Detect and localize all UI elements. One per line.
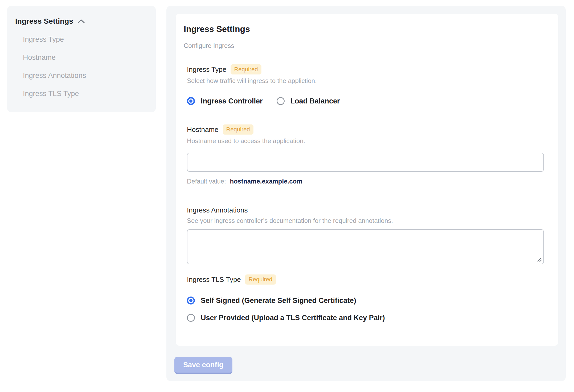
radio-load-balancer-label: Load Balancer xyxy=(290,97,340,105)
section-hostname: Hostname Required Hostname used to acces… xyxy=(187,124,544,185)
radio-self-signed[interactable]: Self Signed (Generate Self Signed Certif… xyxy=(187,296,544,305)
required-badge: Required xyxy=(245,274,276,285)
ingress-annotations-textarea[interactable] xyxy=(187,229,544,264)
required-badge: Required xyxy=(223,124,253,135)
hostname-label: Hostname xyxy=(187,125,219,134)
sidebar-items: Ingress Type Hostname Ingress Annotation… xyxy=(15,35,148,98)
hostname-heading: Hostname Required xyxy=(187,124,253,135)
page-title: Ingress Settings xyxy=(184,24,544,34)
sidebar-item-hostname[interactable]: Hostname xyxy=(23,53,148,61)
sidebar-item-ingress-tls-type[interactable]: Ingress TLS Type xyxy=(23,90,148,98)
page-subtitle: Configure Ingress xyxy=(184,42,544,49)
ingress-annotations-description: See your ingress controller’s documentat… xyxy=(187,217,544,224)
hostname-description: Hostname used to access the application. xyxy=(187,137,544,145)
required-badge: Required xyxy=(231,64,261,74)
chevron-up-icon xyxy=(77,19,85,24)
hostname-default-line: Default value: hostname.example.com xyxy=(187,178,544,185)
ingress-settings-card: Ingress Settings Configure Ingress Ingre… xyxy=(176,14,558,346)
section-ingress-type: Ingress Type Required Select how traffic… xyxy=(187,64,544,105)
ingress-type-label: Ingress Type xyxy=(187,65,226,74)
radio-load-balancer[interactable]: Load Balancer xyxy=(277,97,340,105)
section-ingress-tls-type: Ingress TLS Type Required Self Signed (G… xyxy=(187,274,544,322)
settings-sidebar: Ingress Settings Ingress Type Hostname I… xyxy=(7,6,156,112)
hostname-input[interactable] xyxy=(187,153,544,172)
ingress-annotations-label: Ingress Annotations xyxy=(187,206,248,214)
ingress-tls-type-label: Ingress TLS Type xyxy=(187,275,241,284)
sidebar-item-ingress-annotations[interactable]: Ingress Annotations xyxy=(23,72,148,80)
radio-unselected-icon[interactable] xyxy=(187,314,195,322)
ingress-type-description: Select how traffic will ingress to the a… xyxy=(187,77,544,85)
sidebar-item-ingress-type[interactable]: Ingress Type xyxy=(23,35,148,43)
ingress-annotations-textarea-wrap xyxy=(187,229,544,264)
sidebar-section-title: Ingress Settings xyxy=(15,17,73,26)
save-config-button[interactable]: Save config xyxy=(174,357,232,374)
ingress-type-radio-group: Ingress Controller Load Balancer xyxy=(187,97,544,105)
default-value-text: hostname.example.com xyxy=(230,178,302,185)
radio-selected-icon[interactable] xyxy=(187,97,195,105)
ingress-tls-type-heading: Ingress TLS Type Required xyxy=(187,274,276,285)
section-ingress-annotations: Ingress Annotations See your ingress con… xyxy=(187,206,544,264)
radio-user-provided[interactable]: User Provided (Upload a TLS Certificate … xyxy=(187,314,544,322)
main-panel: Ingress Settings Configure Ingress Ingre… xyxy=(166,6,566,381)
form-sections: Ingress Type Required Select how traffic… xyxy=(187,64,544,322)
sidebar-section-toggle[interactable]: Ingress Settings xyxy=(15,17,148,26)
radio-self-signed-label: Self Signed (Generate Self Signed Certif… xyxy=(201,296,356,305)
radio-user-provided-label: User Provided (Upload a TLS Certificate … xyxy=(201,314,385,322)
ingress-annotations-heading: Ingress Annotations xyxy=(187,206,248,214)
default-value-label: Default value: xyxy=(187,178,226,185)
radio-selected-icon[interactable] xyxy=(187,297,195,305)
radio-ingress-controller-label: Ingress Controller xyxy=(201,97,263,105)
ingress-type-heading: Ingress Type Required xyxy=(187,64,261,74)
radio-unselected-icon[interactable] xyxy=(277,97,285,105)
ingress-tls-type-radio-group: Self Signed (Generate Self Signed Certif… xyxy=(187,296,544,322)
radio-ingress-controller[interactable]: Ingress Controller xyxy=(187,97,263,105)
